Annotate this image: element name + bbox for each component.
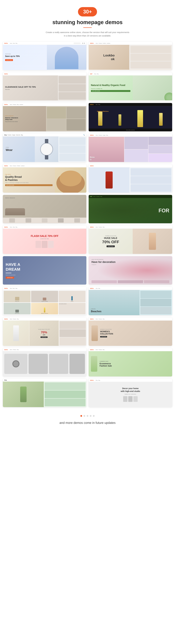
roses-cat-3 [144,280,169,283]
denim-have: HAVE A [6,262,20,267]
demo-card-denim[interactable]: HAVE A DREAM Have for decoration SHOP NO… [3,256,86,284]
flash-prod-2 [42,241,48,248]
lb-item-1 [130,46,171,53]
lighting-caption: best seller products [126,130,135,130]
hero-fashion-blue: SHOP NOW Save up to 70% SHOP NOW [3,45,86,70]
hero-clearance: CLEARANCE SALE OFF TO 70% Shop Now [3,76,86,100]
wear-item-1 [59,137,86,145]
demo-card-roses[interactable]: HAVE FOR DECORATION Have for decoration … [89,256,172,284]
denim-btn[interactable]: SHOP NOW [6,277,14,278]
demo-card-fashion-blue[interactable]: kalios Home Shop Blog SHOP NOW Save up t… [3,42,86,70]
ecom-tag: COMMERCE SALE [100,361,112,362]
lighting-tag: lighting collections [97,111,109,112]
mock-womens: kalios Demo Products Blog WOMEN'S COLLEC… [89,318,172,346]
dining-item [43,298,46,300]
demo-card-huge-sale[interactable]: kalios Demo Products Blog SUMMER COLLECT… [89,226,172,254]
demo-card-womens[interactable]: kalios Demo Products Blog WOMEN'S COLLEC… [89,318,172,346]
kallos-logo-4: kall [90,73,92,74]
search-bar-1 [74,42,81,44]
nav-links-beaches: Shop Blog [96,288,100,289]
nav-womens: kalios Demo Products Blog [89,318,172,320]
lamp-1 [98,112,102,126]
beauty-col-4 [148,145,172,154]
kallos-logo-5: kalios [4,104,8,105]
nav-images: Images [12,134,15,136]
kallos-logo-decor: kalios [90,380,94,381]
mock-forest: kall Demo Products Blog FOR [89,195,172,223]
mock-lookbook: kalios Demo Products Portfolio Lookbook … [89,42,172,70]
demo-card-lighting[interactable]: kalios Shop Blog lighting collections be… [89,103,172,131]
demo-card-forest[interactable]: kall Demo Products Blog FOR [89,195,172,223]
hero-btn-1[interactable]: SHOP NOW [5,59,13,61]
demo-card-lookbook[interactable]: kalios Demo Products Portfolio Lookbook … [89,42,172,70]
demo-card-wear[interactable]: Shop Products Images NavLinks Blog 🔍 d W… [3,134,86,162]
demo-card-bread[interactable]: kalios Demo Products Portfolio Lookbook … [3,164,86,193]
dot-4[interactable] [90,415,91,417]
nav-forest: kall Demo Products Blog [89,195,172,198]
watch-face [40,143,53,156]
lighting-main-prod: lighting collections [31,303,58,314]
mock-man-red: kalios [89,164,172,193]
sofa-products-row [3,218,86,223]
demo-card-man-red[interactable]: kalios [89,164,172,193]
demo-card-interior[interactable]: kalios Demo Products Blog Lookbook Inter… [3,103,86,131]
roses-cats [91,280,169,283]
roses-tag: HAVE FOR DECORATION [91,259,115,260]
demos-row-3: kalios Demo Products Blog Lookbook Inter… [0,103,175,134]
demos-row-1: kalios Home Shop Blog SHOP NOW Save up t… [0,42,175,72]
nav-organic: kall Shop Blog [89,72,172,76]
out-item-1 [45,382,86,390]
sale70-label: HUGE SALE 70% OFF [38,329,50,330]
lamp-2 [118,114,121,126]
out-item-3 [45,398,86,406]
dot-3[interactable] [87,415,88,417]
demos-row-4: Shop Products Images NavLinks Blog 🔍 d W… [0,134,175,164]
beauty-col-5 [148,154,172,162]
organic-right [133,76,172,100]
organic-btn[interactable]: EXPLORE MORE [91,90,130,92]
ecom-content: COMMERCE SALE EcommerceFashion Sale [100,361,112,367]
demo-card-sale70-v2[interactable]: kalios Demo Products Blog HUGE SALE 70% … [3,318,86,346]
dot-1[interactable] [80,415,82,417]
womens-btn[interactable]: SHOP NOW [100,336,107,338]
kallos-logo-huge: kalios [90,226,94,228]
kallos-logo-ecom: kalios [90,349,94,350]
nav-links-2: Demo Products Portfolio Lookbook [96,43,110,44]
demo-card-clearance[interactable]: kalios CLEARANCE SALE OFF TO 70% Shop No… [3,72,86,101]
nav-kitchen: kalios Shop Demo Blog [3,287,86,290]
demo-card-ecom[interactable]: kalios Demo Products Blog COMMERCE SALE … [89,348,172,376]
demos-row-5: kalios Demo Products Portfolio Lookbook … [0,164,175,195]
demo-card-kitchen[interactable]: kalios Shop Demo Blog living room Kitche… [3,287,86,315]
demo-card-beauty[interactable]: kalios Demo Products Images Blog Beauty [89,134,172,162]
demo-card-headphones[interactable]: kalios Demo Products Blog [3,348,86,376]
sofa-shape [5,208,25,215]
sale70-prod-1 [60,321,86,329]
demo-card-decor[interactable]: kalios Shop Blog Decor your homewith hig… [89,379,172,407]
heart-icon [82,43,83,44]
flash-hero: FLASH SALE 70% OFF Limited time offer [3,229,86,254]
hero-title-1: Save up to 70% [5,55,45,57]
huge-shop-btn[interactable]: SHOP NOW [107,246,115,247]
sale70-text-block: HUGE SALE 70% OFF 70% OFF SHOP NOW [29,320,59,346]
dot-2[interactable] [84,415,85,417]
demos-row-8: HAVE A DREAM Have for decoration SHOP NO… [0,256,175,287]
dot-5[interactable] [93,415,95,417]
demo-card-flash[interactable]: kalios Demo Shop Blog FLASH SALE 70% OFF… [3,226,86,254]
demo-card-organic[interactable]: kall Shop Blog Natural & Healthy Organic… [89,72,172,101]
kallos-logo-flash: kalios [4,226,8,228]
denim-sub: Have for decoration [6,274,20,276]
mock-outdoor: Shop [3,379,86,407]
lb-item-3 [130,62,171,68]
nav-links-kitchen: Shop Demo Blog [10,288,17,289]
demos-row-2: kalios CLEARANCE SALE OFF TO 70% Shop No… [0,72,175,103]
roses-cat-2 [118,280,143,283]
pagination-dots[interactable] [3,415,172,417]
bread-explore-btn[interactable]: EXPLORE MORE [5,184,53,186]
kallos-logo-beaches: kalios [90,288,94,289]
demo-card-sofa[interactable]: Interior clearance [3,195,86,223]
sale70-btn[interactable]: SHOP NOW [41,336,48,338]
demo-card-beaches[interactable]: kalios Shop Blog y Beaches Beaches [89,287,172,315]
demo-card-outdoor[interactable]: Shop [3,379,86,407]
bottles-item [71,296,73,300]
mock-huge-sale: kalios Demo Products Blog SUMMER COLLECT… [89,226,172,254]
